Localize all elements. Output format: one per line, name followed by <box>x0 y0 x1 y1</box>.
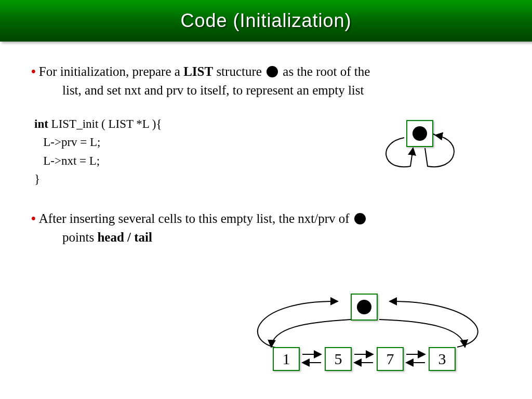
bullet-marker-icon: • <box>31 211 36 225</box>
root-node <box>406 120 433 147</box>
slide-header: Code (Initialization) <box>0 0 532 42</box>
bullet-2-line2-a: points <box>62 230 97 244</box>
bullet-1-text-b: structure <box>213 64 265 78</box>
root-dot-icon <box>267 66 278 77</box>
list-cell-value: 7 <box>387 350 394 368</box>
bullet-1-text-c: as the root of the <box>280 64 370 78</box>
root-dot-icon <box>354 213 366 224</box>
code-sig-rest: LIST_init ( LIST *L ){ <box>48 117 162 130</box>
diagram-empty-list <box>374 117 468 179</box>
list-cell-value: 3 <box>438 350 446 368</box>
bullet-2: •After inserting several cells to this e… <box>31 209 501 247</box>
bullet-1: •For initialization, prepare a LIST stru… <box>31 62 501 100</box>
root-node-dot-icon <box>357 300 371 314</box>
root-node <box>351 294 378 321</box>
list-cell: 5 <box>325 347 352 371</box>
bullet-1-line2: list, and set nxt and prv to itself, to … <box>31 81 501 100</box>
code-kw: int <box>34 117 48 130</box>
root-node-dot-icon <box>413 126 427 141</box>
bullet-2-bold: head / tail <box>97 230 152 244</box>
bullet-1-text-a: For initialization, prepare a <box>39 64 183 78</box>
list-cell-value: 1 <box>283 350 290 368</box>
list-cell-value: 5 <box>335 350 342 368</box>
bullet-2-line2: points head / tail <box>31 228 501 247</box>
bullet-1-bold: LIST <box>183 64 213 78</box>
diagram-filled-list: 1 5 7 3 <box>234 291 504 384</box>
list-cell: 1 <box>273 347 300 371</box>
list-cell: 7 <box>377 347 404 371</box>
bullet-marker-icon: • <box>31 64 36 78</box>
list-cell: 3 <box>429 347 456 371</box>
slide-title: Code (Initialization) <box>180 10 351 32</box>
bullet-2-text-a: After inserting several cells to this em… <box>39 211 353 225</box>
